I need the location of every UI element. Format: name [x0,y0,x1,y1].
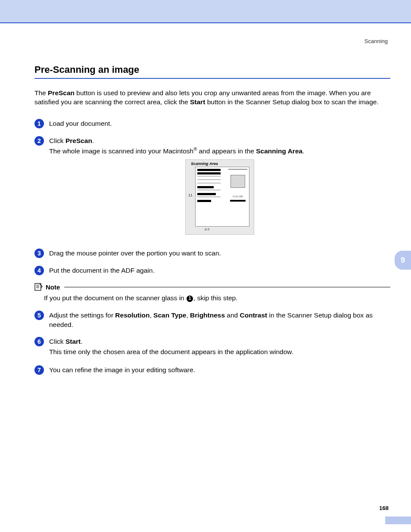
s5-b3: Brightness [190,311,225,319]
step-6: 6 Click Start. This time only the chosen… [34,337,390,357]
step-1-body: Load your document. [49,119,390,128]
top-band [0,0,411,23]
footer: 168 [0,505,411,511]
step-bullet-6: 6 [34,337,44,346]
s6-l1c: . [81,338,82,345]
s2-sup: ® [193,146,197,152]
intro-b1: PreScan [48,89,75,96]
figure-preview: COLOR [228,169,247,201]
intro-t3: button in the Scanner Setup dialog box t… [205,98,378,106]
s5-t1: Adjust the settings for [49,311,115,319]
s2-l2c: . [302,148,304,155]
s2-l2a: The whole image is scanned into your Mac… [49,148,193,155]
s5-t4: and [225,311,240,319]
s5-b4: Contrast [240,311,268,319]
page-number: 168 [0,505,411,511]
step-2: 2 Click PreScan. The whole image is scan… [34,136,390,241]
steps-list: 1 Load your document. 2 Click PreScan. T… [34,119,390,375]
s2-l1c: . [92,137,94,144]
step-4: 4 Put the document in the ADF again. [34,266,390,275]
s5-b1: Resolution [115,311,149,319]
page-content: Scanning Pre-Scanning an image The PreSc… [0,23,411,375]
note-t1: If you put the document on the scanner g… [44,294,186,302]
color-label: COLOR [228,195,247,198]
intro-paragraph: The PreScan button is used to preview an… [34,88,390,107]
s2-l2bold: Scanning Area [256,148,302,155]
step-3-body: Drag the mouse pointer over the portion … [49,249,390,258]
note-block: Note If you put the document on the scan… [34,283,390,303]
header-category: Scanning [34,36,390,44]
step-5: 5 Adjust the settings for Resolution, Sc… [34,311,390,329]
step-6-body: Click Start. This time only the chosen a… [49,337,390,357]
s2-l1a: Click [49,137,65,144]
s6-l1b: Start [65,338,81,345]
note-rule [64,287,390,287]
note-icon [34,283,43,291]
step-bullet-1: 1 [34,119,44,128]
note-header: Note [34,283,390,291]
figure-inner: COLOR [195,167,249,227]
note-ref-bullet: 1 [187,296,193,302]
s6-l2: This time only the chosen area of the do… [49,347,390,357]
step-bullet-3: 3 [34,249,44,258]
s2-l1b: PreScan [65,137,92,144]
step-4-body: Put the document in the ADF again. [49,266,390,275]
step-bullet-2: 2 [34,136,44,146]
s2-l2b: and appears in the [197,148,256,155]
corner-accent [385,516,411,524]
step-bullet-7: 7 [34,365,44,375]
step-7: 7 You can refine the image in your editi… [34,365,390,375]
step-5-body: Adjust the settings for Resolution, Scan… [49,311,390,329]
s5-t3: , [186,311,190,319]
step-2-body: Click PreScan. The whole image is scanne… [49,136,390,241]
note-text: If you put the document on the scanner g… [44,293,390,303]
s5-b2: Scan Type [153,311,186,319]
scanning-area-figure: Scanning Area 11 [185,159,254,235]
step-bullet-5: 5 [34,311,44,320]
step-1: 1 Load your document. [34,119,390,128]
step-bullet-4: 4 [34,266,44,275]
intro-b2: Start [190,98,205,106]
chapter-tab: 9 [395,251,411,270]
figure-controls [197,169,221,203]
step-3: 3 Drag the mouse pointer over the portio… [34,249,390,258]
section-title: Pre-Scanning an image [34,64,390,79]
figure-marker: 11 [188,193,193,198]
figure-ruler: 8.5 [205,227,209,232]
s6-l1a: Click [49,338,65,345]
intro-t1: The [34,89,48,96]
step-7-body: You can refine the image in your editing… [49,365,390,375]
note-title: Note [46,283,60,291]
preview-thumbnail [230,175,245,188]
note-t2: , skip this step. [193,294,238,302]
s5-t2: , [149,311,153,319]
figure-title: Scanning Area [191,161,218,167]
